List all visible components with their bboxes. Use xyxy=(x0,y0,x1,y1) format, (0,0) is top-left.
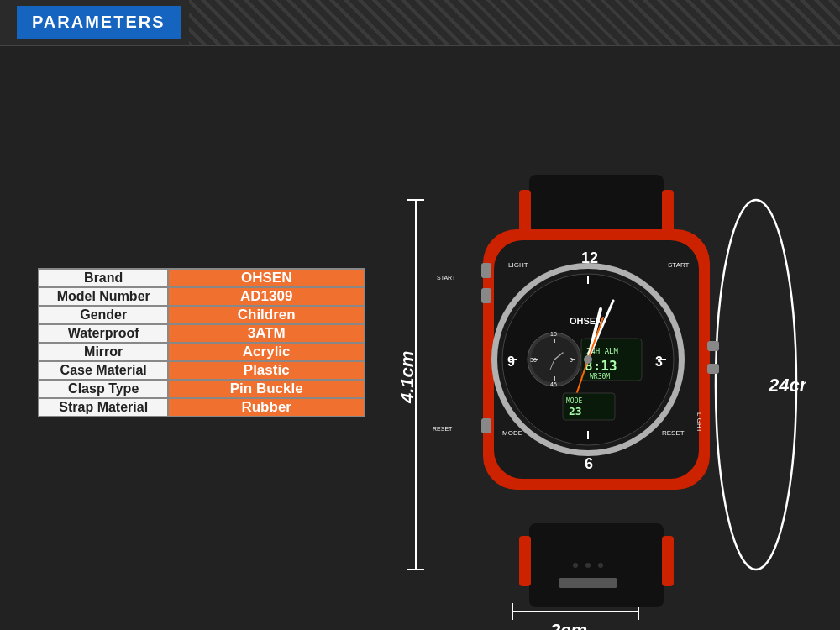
svg-point-50 xyxy=(584,355,592,364)
param-value: 3ATM xyxy=(168,324,365,343)
svg-text:3: 3 xyxy=(655,354,663,369)
svg-rect-51 xyxy=(707,341,719,351)
svg-text:6: 6 xyxy=(585,455,593,472)
table-row: GenderChildren xyxy=(39,306,365,324)
svg-text:START: START xyxy=(668,261,690,269)
svg-rect-52 xyxy=(707,364,719,374)
svg-point-66 xyxy=(573,563,578,568)
table-row: Waterproof3ATM xyxy=(39,324,365,343)
param-value: Plastic xyxy=(168,361,365,380)
param-value: Acrylic xyxy=(168,343,365,361)
svg-rect-15 xyxy=(662,536,674,586)
svg-rect-69 xyxy=(559,578,617,588)
svg-point-67 xyxy=(585,563,591,568)
parameters-table: BrandOHSENModel NumberAD1309GenderChildr… xyxy=(38,268,365,417)
watch-diagram-svg: 4.1cm 24cm 2cm xyxy=(370,99,806,631)
parameters-badge: PARAMETERS xyxy=(17,6,181,39)
svg-text:MODE: MODE xyxy=(502,429,522,437)
svg-text:2cm: 2cm xyxy=(549,620,587,631)
svg-text:LIGHT: LIGHT xyxy=(508,261,528,269)
param-value: OHSEN xyxy=(168,269,365,287)
param-value: Pin Buckle xyxy=(168,380,365,398)
svg-rect-56 xyxy=(481,263,491,278)
param-label: Case Material xyxy=(39,361,168,380)
svg-text:0: 0 xyxy=(570,357,573,363)
svg-text:23: 23 xyxy=(569,405,582,417)
param-label: Brand xyxy=(39,269,168,287)
svg-text:15: 15 xyxy=(550,331,557,337)
svg-text:RESET: RESET xyxy=(433,426,453,432)
top-ornament xyxy=(189,0,840,45)
table-row: MirrorAcrylic xyxy=(39,343,365,361)
svg-text:30: 30 xyxy=(530,357,537,363)
header-bar: PARAMETERS xyxy=(0,0,840,46)
main-content: BrandOHSENModel NumberAD1309GenderChildr… xyxy=(0,46,840,630)
svg-rect-58 xyxy=(481,418,491,433)
table-row: Case MaterialPlastic xyxy=(39,361,365,380)
svg-rect-14 xyxy=(519,536,531,586)
table-row: Strap MaterialRubber xyxy=(39,398,365,417)
svg-text:4.1cm: 4.1cm xyxy=(396,350,417,403)
svg-text:MODE: MODE xyxy=(566,397,582,405)
param-label: Model Number xyxy=(39,287,168,306)
table-row: Clasp TypePin Buckle xyxy=(39,380,365,398)
watch-area: 4.1cm 24cm 2cm xyxy=(353,92,823,630)
param-label: Strap Material xyxy=(39,398,168,417)
param-label: Mirror xyxy=(39,343,168,361)
svg-text:9: 9 xyxy=(507,354,515,369)
table-row: Model NumberAD1309 xyxy=(39,287,365,306)
svg-text:START: START xyxy=(437,275,456,281)
param-label: Clasp Type xyxy=(39,380,168,398)
svg-text:24cm: 24cm xyxy=(768,375,806,396)
param-value: Children xyxy=(168,306,365,324)
param-value: Rubber xyxy=(168,398,365,417)
param-label: Gender xyxy=(39,306,168,324)
svg-text:RESET: RESET xyxy=(662,429,685,437)
param-value: AD1309 xyxy=(168,287,365,306)
svg-text:WR30M: WR30M xyxy=(590,373,610,381)
svg-text:LIGHT: LIGHT xyxy=(696,412,703,433)
svg-rect-57 xyxy=(481,288,491,303)
svg-point-68 xyxy=(598,563,603,568)
svg-text:12: 12 xyxy=(581,249,598,266)
svg-text:45: 45 xyxy=(550,381,557,387)
param-label: Waterproof xyxy=(39,324,168,343)
watch-svg-container: 4.1cm 24cm 2cm xyxy=(370,99,806,631)
table-row: BrandOHSEN xyxy=(39,269,365,287)
svg-rect-11 xyxy=(529,523,664,607)
